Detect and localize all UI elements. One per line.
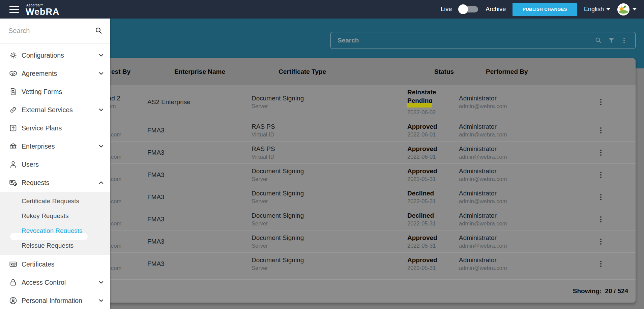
row-kebab-menu-icon[interactable]: [593, 216, 609, 223]
status-cell: Approved 2022-05-31: [407, 256, 459, 272]
chevron-down-icon: [606, 8, 610, 10]
submenu-item-reissue-requests[interactable]: Reissue Requests: [0, 238, 110, 253]
requests-submenu: Certificate Requests Rekey Requests Revo…: [0, 192, 110, 255]
search-icon[interactable]: [95, 27, 103, 35]
showing-label: Showing:: [573, 287, 602, 295]
chevron-down-icon: [98, 143, 104, 149]
revocation-requests-table: est By Enterprise Name Certificate Type …: [84, 58, 636, 303]
chevron-down-icon: [633, 8, 637, 10]
avatar[interactable]: [617, 3, 630, 16]
status-cell: Reinstate Pending 2022-06-02: [407, 88, 459, 116]
row-kebab-menu-icon[interactable]: [593, 238, 609, 245]
performed-by-cell: Administrator admin@webra.com: [459, 167, 593, 183]
sidebar-item-users[interactable]: Users: [0, 155, 110, 174]
submenu-item-rekey-requests[interactable]: Rekey Requests: [0, 209, 110, 223]
sidebar-search: [0, 19, 110, 43]
chevron-down-icon: [98, 298, 104, 304]
table-bottom-padding: [84, 275, 636, 280]
chevron-down-icon: [98, 70, 104, 76]
language-dropdown[interactable]: English: [584, 6, 610, 13]
table-search-input[interactable]: [331, 37, 595, 44]
table-header: est By Enterprise Name Certificate Type …: [84, 58, 636, 85]
col-enterprise-name: Enterprise Name: [174, 68, 279, 75]
status-cell: Declined 2022-05-31: [407, 189, 459, 205]
certificate-type-cell: Document Signing Server: [252, 234, 407, 249]
chevron-down-icon: [98, 279, 104, 285]
certificate-type-cell: Document Signing Server: [252, 167, 407, 183]
certificate-type-cell: Document Signing Server: [252, 256, 407, 272]
status-cell: Approved 2022-06-01: [407, 122, 459, 138]
row-kebab-menu-icon[interactable]: [593, 171, 609, 179]
toggle-knob[interactable]: [458, 4, 468, 14]
performed-by-cell: Administrator admin@webra.com: [459, 211, 593, 227]
sidebar-item-enterprises[interactable]: Enterprises: [0, 137, 110, 155]
enterprise-cell: FMA3: [147, 171, 252, 179]
filter-icon[interactable]: [608, 37, 615, 44]
performed-by-cell: Administrator admin@webra.com: [459, 145, 593, 160]
gear-icon: [9, 51, 17, 59]
search-icon[interactable]: [595, 37, 602, 44]
table-row[interactable]: 3 @ascertia.com FMA3 Document Signing Se…: [84, 163, 636, 186]
request-clock-icon: [9, 179, 17, 187]
sidebar-item-certificates[interactable]: Certificates: [0, 255, 110, 273]
live-label: Live: [441, 6, 452, 13]
user-icon: [9, 160, 17, 168]
enterprise-cell: FMA3: [147, 215, 252, 223]
sidebar-item-external-services[interactable]: External Services: [0, 101, 110, 119]
app-logo[interactable]: Ascertia™ WebRA: [26, 2, 60, 17]
col-certificate-type: Certificate Type: [279, 68, 434, 75]
col-request-by: est By: [111, 68, 174, 75]
certificate-type-cell: RAS PS Virtual ID: [252, 122, 407, 138]
performed-by-cell: Administrator admin@webra.com: [459, 189, 593, 205]
sidebar-item-requests[interactable]: Requests: [0, 174, 110, 192]
chevron-down-icon: [98, 180, 104, 186]
submenu-item-certificate-requests[interactable]: Certificate Requests: [0, 194, 110, 209]
kebab-menu-icon[interactable]: [620, 37, 628, 44]
sidebar-item-vetting-forms[interactable]: Vetting Forms: [0, 83, 110, 101]
lock-icon: [9, 278, 17, 286]
row-kebab-menu-icon[interactable]: [593, 98, 609, 106]
enterprise-cell: FMA3: [147, 237, 252, 246]
brand-product: WebRA: [26, 7, 60, 17]
person-circle-icon: [9, 297, 17, 305]
sidebar-item-configurations[interactable]: Configurations: [0, 46, 110, 64]
enterprise-cell: FMA3: [147, 148, 252, 157]
table-search-bar: [330, 32, 636, 49]
col-performed-by: Performed By: [486, 68, 620, 75]
sidebar-item-access-control[interactable]: Access Control: [0, 273, 110, 291]
status-cell: Approved 2022-06-01: [407, 145, 459, 160]
publish-changes-button[interactable]: PUBLISH CHANGES: [513, 3, 577, 16]
table-row[interactable]: 3 @ascertia.com FMA3 Document Signing Se…: [84, 208, 636, 230]
table-row[interactable]: 3 @ascertia.com FMA3 RAS PS Virtual ID A…: [84, 119, 636, 141]
certificate-type-cell: Document Signing Server: [252, 94, 407, 110]
performed-by-cell: Administrator admin@webra.com: [459, 234, 593, 249]
user-menu[interactable]: [617, 3, 637, 16]
certificate-type-cell: Document Signing Server: [252, 211, 407, 227]
table-row[interactable]: n Shehzad 2 ascertia.com AS2 Enterprise …: [84, 85, 636, 119]
row-kebab-menu-icon[interactable]: [593, 127, 609, 134]
row-kebab-menu-icon[interactable]: [593, 260, 609, 268]
table-row[interactable]: 3 @ascertia.com FMA3 Document Signing Se…: [84, 252, 636, 275]
link-icon: [9, 106, 17, 114]
sidebar-item-service-plans[interactable]: Service Plans: [0, 119, 110, 137]
row-kebab-menu-icon[interactable]: [593, 193, 609, 201]
table-row[interactable]: 3 @ascertia.com FMA3 RAS PS Virtual ID A…: [84, 141, 636, 163]
sidebar-item-personal-information[interactable]: Personal Information: [0, 291, 110, 309]
table-footer: Showing: 20 / 524: [84, 280, 636, 303]
sidebar-item-agreements[interactable]: Agreements: [0, 64, 110, 83]
live-archive-toggle[interactable]: [459, 6, 478, 12]
handshake-icon: [9, 69, 17, 78]
sidebar-search-input[interactable]: [0, 27, 86, 35]
row-kebab-menu-icon[interactable]: [593, 149, 609, 156]
table-row[interactable]: 3 @ascertia.com FMA3 Document Signing Se…: [84, 230, 636, 252]
status-cell: Declined 2022-05-31: [407, 211, 459, 227]
showing-count: 20 / 524: [605, 287, 628, 295]
chevron-down-icon: [98, 52, 104, 58]
table-row[interactable]: 3 @ascertia.com FMA3 Document Signing Se…: [84, 186, 636, 208]
hamburger-menu-icon[interactable]: [9, 6, 19, 13]
sidebar: Configurations Agreements Vetting Forms …: [0, 19, 110, 309]
top-navbar: Ascertia™ WebRA Live Archive PUBLISH CHA…: [0, 0, 644, 19]
language-label: English: [584, 6, 604, 13]
enterprise-cell: FMA3: [147, 193, 252, 201]
archive-label: Archive: [486, 6, 506, 13]
